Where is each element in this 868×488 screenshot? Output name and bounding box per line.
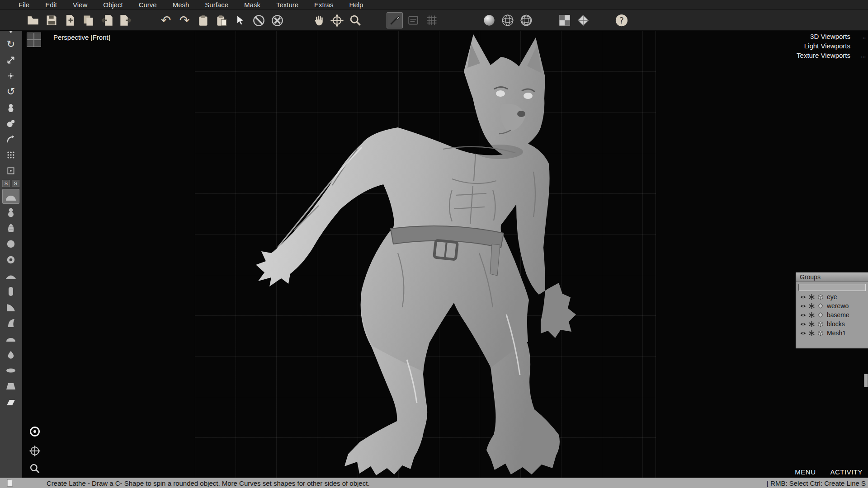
viewport-3d[interactable]: Perspective [Front] 3D Viewports .. Ligh… [22,31,868,478]
checker-view-button[interactable] [557,12,573,28]
menu-object[interactable]: Object [95,0,131,9]
undo-button[interactable]: ↶ [158,12,174,28]
brush-sphere-button[interactable] [2,236,19,251]
orbit-button[interactable] [329,12,345,28]
mode-3d-viewports[interactable]: 3D Viewports .. [797,32,866,41]
group-row-basemesh[interactable]: baseme [796,310,868,319]
menu-curve[interactable]: Curve [131,0,165,9]
shaded-view-button[interactable] [481,12,497,28]
brush-plane-button[interactable] [2,394,19,409]
frame-tool-button[interactable] [2,163,19,178]
menu-help[interactable]: Help [342,0,372,9]
group-name-field[interactable] [798,284,866,291]
select-button[interactable] [232,12,248,28]
brush-twist-button[interactable] [2,221,19,235]
groups-panel-title[interactable]: Groups [796,273,868,282]
save-button[interactable] [43,12,60,28]
menu-mesh[interactable]: Mesh [165,0,198,9]
viewport-layout-icon[interactable] [27,33,41,47]
shading-tool-group [481,12,534,28]
import-button[interactable] [99,12,115,28]
pan-button[interactable] [310,12,326,28]
cube-icon [817,320,824,328]
viewport-label[interactable]: Perspective [Front] [53,33,110,41]
menu-edit[interactable]: Edit [38,0,65,9]
group-row-eye[interactable]: eye [796,292,868,301]
brush-block-button[interactable] [2,379,19,394]
draw-line-button[interactable] [387,12,403,28]
menu-surface[interactable]: Surface [197,0,236,9]
disc-icon [5,367,16,374]
redo-button[interactable]: ↷ [176,12,193,28]
main-toolbar: ↶ ↷ [0,10,868,31]
duplicate-doc-button[interactable] [80,12,97,28]
freeze-icon[interactable] [808,312,815,319]
menu-view[interactable]: View [65,0,95,9]
subdiv-view-button[interactable] [518,12,534,28]
brush-mound-button[interactable] [2,268,19,283]
brush-finger-button[interactable] [2,284,19,299]
draw-front-button[interactable] [405,12,421,28]
inflate-tool-button[interactable] [2,100,19,115]
eye-icon[interactable] [800,312,807,319]
transform-tool-button[interactable] [2,68,19,83]
light-icon [30,427,40,436]
wireframe-view-button[interactable] [500,12,516,28]
brush-dome-button[interactable] [2,189,19,204]
group-row-blocks[interactable]: blocks [796,319,868,328]
new-scene-button[interactable] [25,12,41,28]
help-button[interactable]: ? [613,12,630,28]
brush-ring-button[interactable] [2,252,19,267]
mode-texture-viewports[interactable]: Texture Viewports ... [797,51,866,60]
copy-button[interactable] [195,12,211,28]
rotate-tool-button[interactable]: ↻ [2,37,19,52]
menu-link[interactable]: MENU [795,468,816,476]
zoom-button[interactable] [347,12,363,28]
symmetry-y-button[interactable]: S [12,180,19,187]
curve-tool-button[interactable] [2,131,19,146]
menu-file[interactable]: File [11,0,38,9]
model-werewolf[interactable] [22,31,868,478]
eye-icon[interactable] [800,330,807,337]
freeze-icon[interactable] [808,321,815,328]
eye-icon[interactable] [800,294,807,300]
viewport-light-button[interactable] [28,425,42,438]
symmetry-x-button[interactable]: S [2,180,10,187]
freeze-icon[interactable] [808,294,815,300]
quad-view-button[interactable] [575,12,591,28]
grid-snap-button[interactable] [424,12,440,28]
group-row-mesh1[interactable]: Mesh1 [796,328,868,338]
document-icon[interactable] [7,479,13,487]
menu-texture[interactable]: Texture [269,0,307,9]
delete-button[interactable] [269,12,285,28]
spin-tool-button[interactable]: ↺ [2,84,19,99]
mode-light-viewports[interactable]: Light Viewports [797,41,866,51]
save-increment-button[interactable] [62,12,78,28]
viewport-zoom-button[interactable] [28,462,42,475]
activity-link[interactable]: ACTIVITY [830,468,863,476]
brush-horn-button[interactable] [2,315,19,330]
menu-mask[interactable]: Mask [236,0,269,9]
eye-icon[interactable] [800,321,807,328]
brush-wedge-button[interactable] [2,300,19,314]
brush-cap-button[interactable] [2,331,19,346]
brush-disc-button[interactable] [2,363,19,378]
blob-tool-button[interactable] [2,116,19,131]
freeze-icon[interactable] [808,330,815,337]
export-button[interactable] [118,12,134,28]
x-circle-icon [271,14,283,27]
brush-drop-button[interactable] [2,347,19,362]
lattice-tool-button[interactable] [2,147,19,162]
scrollbar-thumb[interactable] [864,374,868,387]
freeze-icon[interactable] [808,303,815,310]
eye-icon[interactable] [800,303,807,310]
group-row-werewolf[interactable]: werewo [796,301,868,310]
scale-tool-button[interactable] [2,52,19,67]
paste-button[interactable] [213,12,230,28]
brush-spheres-button[interactable] [2,205,19,220]
diamond-grid-icon [577,14,590,27]
menu-extras[interactable]: Extras [307,0,342,9]
diamond-icon [817,302,824,310]
viewport-move-button[interactable] [28,444,42,458]
clear-mask-button[interactable] [250,12,267,28]
